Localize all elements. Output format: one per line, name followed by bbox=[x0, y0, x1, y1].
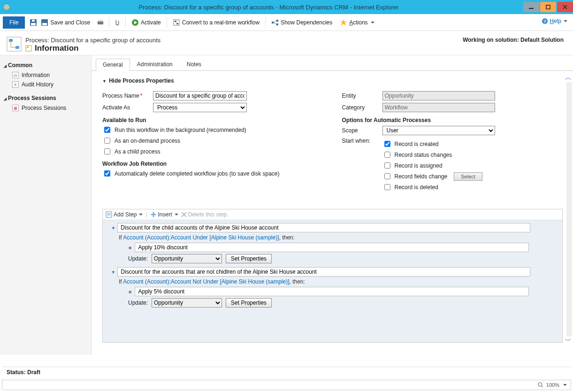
expander-icon[interactable]: ▼ bbox=[111, 270, 116, 275]
activate-as-select[interactable]: Process bbox=[153, 103, 247, 112]
svg-line-5 bbox=[563, 5, 567, 9]
sidebar-item-label: Information bbox=[22, 72, 50, 78]
right-column: Entity Category Options for Automatic Pr… bbox=[342, 89, 563, 196]
activate-button[interactable]: Activate bbox=[131, 19, 161, 26]
chk-child[interactable]: As a child process bbox=[102, 147, 323, 156]
add-step-icon bbox=[106, 211, 112, 218]
step-1-condition: If Account (Account):Account Under [Alpi… bbox=[119, 234, 559, 241]
scope-select[interactable]: User bbox=[382, 126, 495, 135]
delete-icon bbox=[181, 212, 187, 217]
zoom-icon[interactable] bbox=[538, 382, 543, 388]
crm-statusbar: Status: Draft bbox=[2, 367, 571, 378]
scroll-down[interactable]: ﹀ bbox=[565, 337, 572, 345]
field-process-name: Process Name* bbox=[102, 91, 323, 100]
svg-rect-30 bbox=[27, 46, 29, 48]
field-category: Category bbox=[342, 103, 563, 112]
sidebar-item-audit[interactable]: ≡ Audit History bbox=[4, 80, 88, 89]
scrollbar[interactable] bbox=[566, 82, 572, 337]
zoom-caret-icon[interactable] bbox=[563, 384, 567, 386]
set-properties-button[interactable]: Set Properties bbox=[226, 254, 272, 263]
window-title: Process: Discount for a specific group o… bbox=[15, 4, 522, 11]
step-2-update: Update: Opportunity Set Properties bbox=[128, 298, 559, 307]
add-step-button[interactable]: Add Step bbox=[106, 211, 143, 218]
sidebar-group-common[interactable]: Common bbox=[4, 62, 88, 69]
zoom-value: 100% bbox=[546, 382, 559, 388]
update-entity-select[interactable]: Opportunity bbox=[152, 298, 222, 307]
chk-ondemand[interactable]: As an on-demand process bbox=[102, 136, 323, 145]
sidebar-item-label: Process Sessions bbox=[22, 105, 66, 111]
divider bbox=[125, 17, 126, 28]
condition-link[interactable]: Account (Account):Account Under [Alpine … bbox=[123, 234, 279, 241]
chk-fields[interactable] bbox=[384, 173, 390, 179]
audit-icon: ≡ bbox=[12, 81, 19, 88]
step-2: ▼ bbox=[111, 267, 559, 277]
form-icon: ▭ bbox=[12, 72, 19, 78]
sidebar-item-information[interactable]: ▭ Information bbox=[4, 70, 88, 80]
svg-line-21 bbox=[274, 21, 276, 23]
chk-deleted[interactable]: Record is deleted bbox=[382, 183, 482, 192]
close-button[interactable] bbox=[557, 2, 573, 12]
section-toggle[interactable]: Hide Process Properties bbox=[102, 77, 563, 84]
tab-notes[interactable]: Notes bbox=[180, 58, 208, 70]
available-to-run-header: Available to Run bbox=[102, 117, 323, 123]
page-header: Process: Discount for a specific group o… bbox=[0, 31, 573, 55]
svg-rect-16 bbox=[175, 21, 176, 22]
save-close-label: Save and Close bbox=[50, 19, 90, 26]
action-description-input[interactable] bbox=[135, 243, 529, 252]
convert-button[interactable]: Convert to a real-time workflow bbox=[173, 19, 260, 26]
field-scope: Scope User bbox=[342, 126, 563, 135]
maximize-button[interactable] bbox=[540, 2, 556, 12]
tab-administration[interactable]: Administration bbox=[130, 58, 180, 70]
print-icon[interactable] bbox=[97, 19, 104, 26]
solution-label: Working on solution: Default Solution bbox=[463, 37, 564, 43]
save-icon[interactable] bbox=[30, 19, 37, 26]
convert-icon bbox=[173, 19, 180, 26]
svg-line-40 bbox=[542, 386, 543, 387]
ie-icon bbox=[3, 3, 10, 11]
sessions-icon: ▦ bbox=[12, 105, 19, 111]
chk-assigned[interactable]: Record is assigned bbox=[382, 161, 482, 170]
deps-icon bbox=[271, 19, 279, 26]
actions-menu[interactable]: AActionsctions bbox=[340, 19, 374, 26]
help-icon: ? bbox=[542, 18, 548, 24]
chk-autodelete[interactable]: Automatically delete completed workflow … bbox=[102, 169, 323, 178]
breadcrumb: Process: Discount for a specific group o… bbox=[25, 37, 160, 44]
insert-button[interactable]: Insert bbox=[150, 211, 178, 218]
chk-created[interactable]: Record is created bbox=[382, 139, 482, 148]
scroll-up[interactable]: ︿ bbox=[565, 74, 572, 82]
file-menu[interactable]: File bbox=[3, 16, 25, 29]
attachment-icon[interactable] bbox=[114, 19, 121, 26]
steps-panel: Add Step | Insert Delete this step. bbox=[102, 209, 563, 343]
tab-general[interactable]: General bbox=[96, 59, 130, 71]
chk-status[interactable]: Record status changes bbox=[382, 150, 482, 159]
update-entity-select[interactable]: Opportunity bbox=[152, 254, 222, 263]
process-name-input[interactable] bbox=[153, 91, 247, 100]
show-deps-button[interactable]: Show Dependencies bbox=[271, 19, 332, 26]
help-button[interactable]: ? Help bbox=[542, 18, 567, 24]
delete-step-button[interactable]: Delete this step. bbox=[181, 211, 229, 218]
svg-rect-17 bbox=[176, 23, 178, 24]
sidebar-item-sessions[interactable]: ▦ Process Sessions bbox=[4, 103, 88, 113]
condition-link[interactable]: Account (Account):Account Not Under [Alp… bbox=[123, 278, 289, 285]
actions-icon bbox=[340, 19, 347, 26]
minimize-button[interactable] bbox=[523, 2, 539, 12]
chk-background[interactable]: Run this workflow in the background (rec… bbox=[102, 125, 323, 134]
set-properties-button[interactable]: Set Properties bbox=[226, 298, 272, 307]
svg-point-39 bbox=[538, 383, 542, 386]
action-description-input[interactable] bbox=[135, 287, 529, 296]
expander-icon[interactable]: ▼ bbox=[111, 226, 116, 231]
select-fields-button[interactable]: Select bbox=[454, 172, 482, 181]
sidebar-group-sessions[interactable]: Process Sessions bbox=[4, 95, 88, 101]
svg-text:?: ? bbox=[543, 19, 546, 24]
svg-rect-28 bbox=[15, 46, 19, 49]
save-close-button[interactable]: Save and Close bbox=[41, 19, 90, 26]
left-column: Process Name* Activate As Process Availa… bbox=[102, 89, 323, 196]
step-description-input[interactable] bbox=[117, 223, 530, 232]
step-description-input[interactable] bbox=[117, 267, 530, 277]
show-deps-label: Show Dependencies bbox=[281, 19, 332, 26]
app-window: Process: Discount for a specific group o… bbox=[0, 0, 573, 392]
window-buttons bbox=[522, 2, 573, 12]
convert-label: Convert to a real-time workflow bbox=[182, 19, 260, 26]
activate-label: Activate bbox=[141, 19, 161, 26]
sidebar: Common ▭ Information ≡ Audit History Pro… bbox=[0, 55, 92, 355]
